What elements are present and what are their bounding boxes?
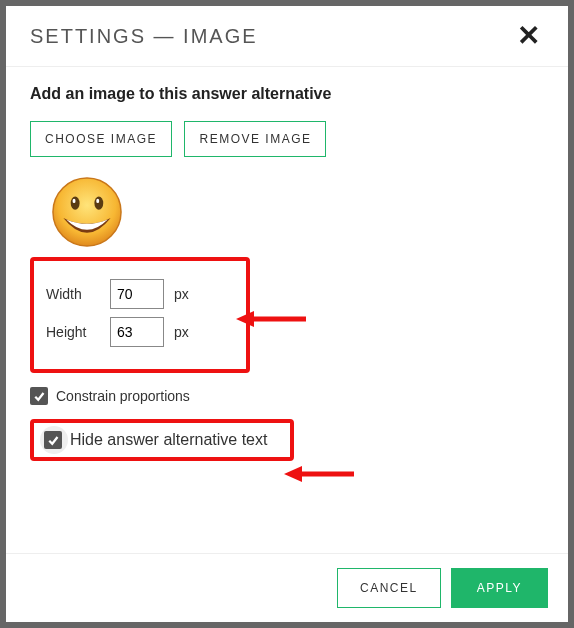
choose-image-button[interactable]: CHOOSE IMAGE [30,121,172,157]
hide-text-highlight-box[interactable]: Hide answer alternative text [30,419,294,461]
svg-point-3 [73,199,76,203]
svg-point-2 [94,196,103,209]
checkbox-checked-icon[interactable] [44,431,62,449]
height-unit: px [174,324,189,340]
height-row: Height px [46,317,234,347]
svg-point-0 [53,178,121,246]
image-preview [30,175,544,249]
constrain-row[interactable]: Constrain proportions [30,387,544,405]
apply-button[interactable]: APPLY [451,568,548,608]
width-input[interactable] [110,279,164,309]
height-input[interactable] [110,317,164,347]
image-buttons-row: CHOOSE IMAGE REMOVE IMAGE [30,121,544,157]
modal-body: Add an image to this answer alternative … [6,67,568,553]
modal-title: SETTINGS — IMAGE [30,25,258,48]
annotation-arrow-icon [284,462,354,486]
constrain-label: Constrain proportions [56,388,190,404]
hide-label: Hide answer alternative text [70,431,267,449]
svg-point-1 [71,196,80,209]
svg-marker-6 [236,311,254,327]
dimensions-highlight-box: Width px Height px [30,257,250,373]
annotation-arrow-icon [236,307,306,331]
modal-footer: CANCEL APPLY [6,553,568,622]
checkbox-checked-icon[interactable] [30,387,48,405]
close-icon[interactable]: ✕ [513,20,544,52]
smiley-icon [50,175,124,249]
modal-header: SETTINGS — IMAGE ✕ [6,6,568,67]
svg-marker-8 [284,466,302,482]
width-label: Width [46,286,100,302]
width-unit: px [174,286,189,302]
cancel-button[interactable]: CANCEL [337,568,441,608]
height-label: Height [46,324,100,340]
svg-point-4 [96,199,99,203]
modal-subtitle: Add an image to this answer alternative [30,85,544,103]
width-row: Width px [46,279,234,309]
remove-image-button[interactable]: REMOVE IMAGE [184,121,326,157]
settings-image-modal: SETTINGS — IMAGE ✕ Add an image to this … [6,6,568,622]
